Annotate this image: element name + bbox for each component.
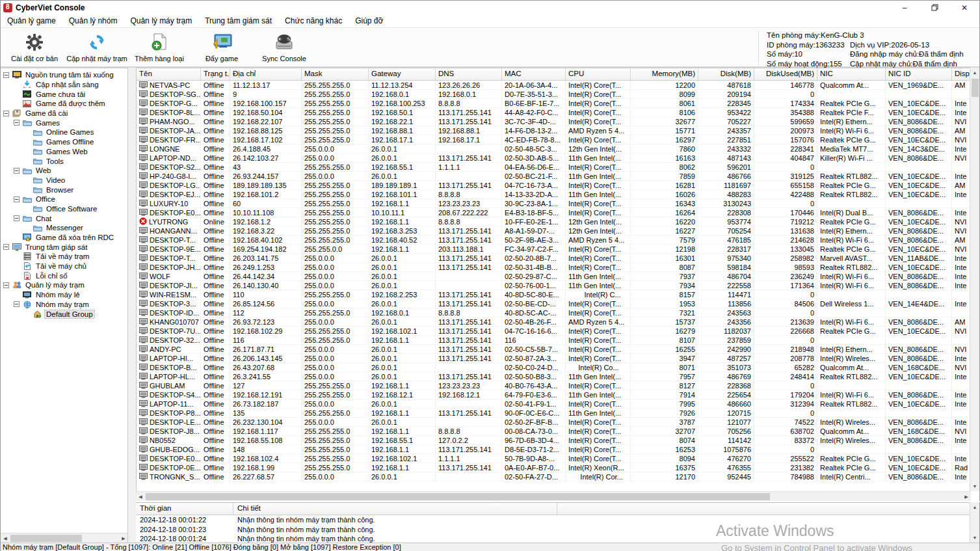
collapse-toggle-icon[interactable] bbox=[14, 301, 20, 307]
table-row[interactable]: DESKTOP-ID...Offline112255.255.255.0192.… bbox=[137, 308, 971, 317]
sidebar-item-nh-m-m-y-tr-m[interactable]: Nhóm máy trạm bbox=[1, 300, 127, 310]
sidebar-item-t-i-v-m-y-ch-[interactable]: Tải về máy chủ bbox=[1, 262, 127, 271]
restore-button[interactable] bbox=[920, 1, 949, 14]
sidebar-item-game-ch-a-t-i[interactable]: Game chưa tải bbox=[1, 89, 127, 99]
column-header-dns[interactable]: DNS bbox=[436, 68, 502, 80]
sidebar-item-c-p-nh-t-s-n-s-ng[interactable]: Cập nhật sẵn sàng bbox=[1, 80, 127, 90]
table-row[interactable]: DESKTOP-3...Offline26.85.124.56255.0.0.0… bbox=[137, 299, 971, 308]
panel-splitter[interactable] bbox=[128, 68, 136, 543]
column-header--a-ch-[interactable]: Địa chỉ bbox=[230, 68, 302, 80]
table-row[interactable]: DESKTOP-S4...Offline192.168.12.191255.25… bbox=[137, 390, 971, 399]
menu-item-4[interactable]: Trung tâm giám sát bbox=[198, 15, 278, 27]
table-row[interactable]: DESKTOP-8L...Offline192.168.50.104255.25… bbox=[137, 108, 971, 117]
table-row[interactable]: DESKTOP-T...Offline192.168.40.102255.255… bbox=[137, 235, 971, 245]
menu-item-3[interactable]: Quản lý máy trạm bbox=[124, 15, 198, 27]
table-row[interactable]: KHANG010707Offline26.93.72.123255.0.0.02… bbox=[137, 317, 971, 327]
table-row[interactable]: DESKTOP-LG...Offline189.189.189.135255.2… bbox=[137, 181, 971, 190]
collapse-toggle-icon[interactable] bbox=[3, 111, 9, 116]
table-row[interactable]: DESKTOP-JH...Offline26.249.1.253255.0.0.… bbox=[137, 263, 971, 272]
table-row[interactable]: DESKTOP-E0...Offline192.168.102.4255.255… bbox=[137, 454, 971, 463]
collapse-toggle-icon[interactable] bbox=[14, 120, 20, 126]
log-row[interactable]: 2024-12-18 00:01:23Nhận thông tin nhóm m… bbox=[136, 525, 971, 535]
table-row[interactable]: LAPTOP-11...Offline26.73.182.187255.0.0.… bbox=[137, 399, 971, 409]
sidebar-horizontal-scrollbar[interactable]: ◀ ▶ bbox=[1, 533, 128, 543]
table-row[interactable]: DESKTOP-7U...Offline192.168.102.29255.25… bbox=[137, 327, 971, 336]
sidebar-item-t-i-v-m-y-tr-m[interactable]: Tải về máy trạm bbox=[1, 252, 127, 262]
sidebar-item-game-c-i[interactable]: Game đã cài bbox=[1, 109, 127, 118]
table-row[interactable]: GHUBLAMOffline127255.255.255.0192.168.1.… bbox=[137, 381, 971, 390]
table-row[interactable]: DESKTOP-32...Offline116255.255.255.0192.… bbox=[137, 336, 971, 345]
sidebar-item-nh-m-m-y-l-[interactable]: Nhóm máy lẻ bbox=[1, 290, 127, 300]
table-row[interactable]: DESKTOP-G...Offline192.168.100.157255.25… bbox=[137, 99, 971, 108]
sidebar-item-default-group[interactable]: Default Group bbox=[1, 309, 127, 319]
column-header-mask[interactable]: Mask bbox=[302, 68, 369, 80]
sidebar-item-games[interactable]: Games bbox=[1, 118, 127, 128]
table-row[interactable]: DESKTOP-B...Offline26.43.207.68255.0.0.0… bbox=[137, 363, 971, 372]
sidebar-item-game-x-a-tr-n-rdc[interactable]: Game đã xóa trên RDC bbox=[1, 233, 127, 243]
table-row[interactable]: LUXURY-10Offline60255.255.255.0192.168.1… bbox=[137, 199, 971, 208]
sidebar-item-games-offline[interactable]: Games Offline bbox=[1, 137, 127, 147]
column-header-diskused-mb-[interactable]: DiskUsed(MB) bbox=[754, 68, 817, 80]
column-header-mac[interactable]: MAC bbox=[502, 68, 566, 80]
-y-game-button[interactable]: Đẩy game bbox=[191, 29, 253, 66]
sidebar-item-tools[interactable]: Tools bbox=[1, 156, 127, 166]
menu-item-6[interactable]: Giúp đỡ bbox=[349, 15, 390, 27]
table-row[interactable]: NETVAS-PCOffline11.12.13.17255.255.255.0… bbox=[137, 81, 971, 90]
column-header-nic[interactable]: NIC bbox=[817, 68, 886, 80]
collapse-toggle-icon[interactable] bbox=[3, 72, 9, 78]
sidebar-item-trung-t-m-gi-p-s-t[interactable]: Trung tâm giáp sát bbox=[1, 242, 127, 252]
menu-item-5[interactable]: Chức năng khác bbox=[278, 15, 349, 27]
table-row[interactable]: DESKTOP-FR...Offline192.168.17.102255.25… bbox=[137, 135, 971, 144]
sidebar-item-ngu-n-trung-t-m-t-i-xu-ng[interactable]: Nguồn trung tâm tải xuống bbox=[1, 70, 127, 80]
column-header-t-n[interactable]: Tên bbox=[137, 68, 201, 80]
collapse-toggle-icon[interactable] bbox=[3, 282, 9, 288]
column-header-tr-ng-t-[interactable]: Trạng t... bbox=[201, 68, 230, 80]
table-row[interactable]: DESKTOP-LE...Offline26.232.130.104255.0.… bbox=[137, 418, 971, 427]
table-row[interactable]: GHUB-EDOG...Offline148255.255.255.0192.1… bbox=[137, 445, 971, 454]
sidebar-item-chat[interactable]: Chat bbox=[1, 213, 127, 223]
table-row[interactable]: DESKTOP-JI...Offline26.140.130.40255.0.0… bbox=[137, 281, 971, 290]
table-row[interactable]: DESKTOP-0E...Offline192.168.1.99255.255.… bbox=[137, 463, 971, 472]
sidebar-item-browser[interactable]: Browser bbox=[1, 185, 127, 195]
table-horizontal-scrollbar[interactable]: ◀ ▶ bbox=[136, 491, 971, 501]
sidebar-item-l-i-ch-s-[interactable]: Lỗi chỉ số bbox=[1, 271, 127, 280]
table-row[interactable]: WIN-RE1SM...Offline110255.255.255.0192.1… bbox=[137, 290, 971, 299]
column-header-memory-mb-[interactable]: Memory(MB) bbox=[631, 68, 698, 80]
log-column-header-1[interactable]: Thời gian bbox=[136, 503, 233, 515]
c-p-nh-t-m-y-tr-m-button[interactable]: Cập nhật máy trạm bbox=[66, 29, 128, 66]
sidebar-item-games-web[interactable]: Games Web bbox=[1, 147, 127, 157]
menu-item-2[interactable]: Quản lý nhóm bbox=[62, 15, 124, 27]
table-row[interactable]: DESKTOP-JA...Offline192.168.88.125255.25… bbox=[137, 126, 971, 135]
collapse-toggle-icon[interactable] bbox=[3, 244, 9, 250]
table-vertical-scrollbar[interactable]: ▲ ▼ bbox=[970, 68, 979, 491]
log-vertical-scrollbar[interactable]: ▲ ▼ bbox=[970, 502, 979, 543]
table-row[interactable]: DESKTOP-EJ...Offline192.168.101.2255.255… bbox=[137, 190, 971, 199]
th-m-h-ng-lo-i-button[interactable]: Thêm hàng loại bbox=[128, 29, 191, 66]
sidebar-item-game-c-th-m[interactable]: Game đã được thêm bbox=[1, 99, 127, 109]
collapse-toggle-icon[interactable] bbox=[14, 215, 20, 221]
sidebar-item-web[interactable]: Web bbox=[1, 166, 127, 176]
table-row[interactable]: DESKTOP-P8...Offline135255.255.255.0192.… bbox=[137, 409, 971, 418]
log-row[interactable]: 2024-12-18 00:01:22Nhận thông tin nhóm m… bbox=[136, 515, 971, 525]
c-i-t-c-b-n-button[interactable]: Cài đặt cơ bản bbox=[3, 29, 66, 66]
menu-item-1[interactable]: Quản lý game bbox=[1, 15, 62, 27]
table-row[interactable]: LAPTOP-HI...Offline26.206.143.145255.0.0… bbox=[137, 354, 971, 363]
column-header-disp[interactable]: Disp bbox=[952, 68, 971, 80]
sidebar-item-video[interactable]: Video bbox=[1, 176, 127, 185]
log-row[interactable]: 2024-12-18 00:01:24Nhận thông tin nhóm m… bbox=[136, 534, 971, 543]
table-row[interactable]: DESKTOP-SG...Offline9255.255.255.0192.16… bbox=[137, 90, 971, 99]
table-row[interactable]: DESKTOP-9E...Offline169.254.194.182255.2… bbox=[137, 245, 971, 254]
column-header-gateway[interactable]: Gateway bbox=[369, 68, 436, 80]
sidebar-item-messenger[interactable]: Messenger bbox=[1, 223, 127, 233]
table-row[interactable]: LYUTRONGOnline192.168.1.2255.255.255.019… bbox=[137, 217, 971, 226]
table-row[interactable]: ANDY-PCOffline26.171.87.71255.0.0.026.0.… bbox=[137, 345, 971, 354]
table-row[interactable]: WOLFOffline26.44.142.34255.0.0.026.0.0.1… bbox=[137, 272, 971, 281]
table-row[interactable]: DESKTOP-T...Offline26.203.141.75255.0.0.… bbox=[137, 254, 971, 263]
sidebar-item-office[interactable]: Office bbox=[1, 195, 127, 204]
table-row[interactable]: HOANGANN...Offline192.168.3.22255.255.25… bbox=[137, 226, 971, 235]
table-row[interactable]: DESKTOP-S2...Offline43255.255.255.0192.1… bbox=[137, 163, 971, 172]
sidebar-item-office-software[interactable]: Office Software bbox=[1, 204, 127, 214]
column-header-cpu[interactable]: CPU bbox=[566, 68, 631, 80]
log-column-header-2[interactable]: Chi tiết bbox=[233, 503, 557, 515]
sidebar-item-qu-n-l-m-y-tr-m[interactable]: Quản lý máy trạm bbox=[1, 280, 127, 290]
